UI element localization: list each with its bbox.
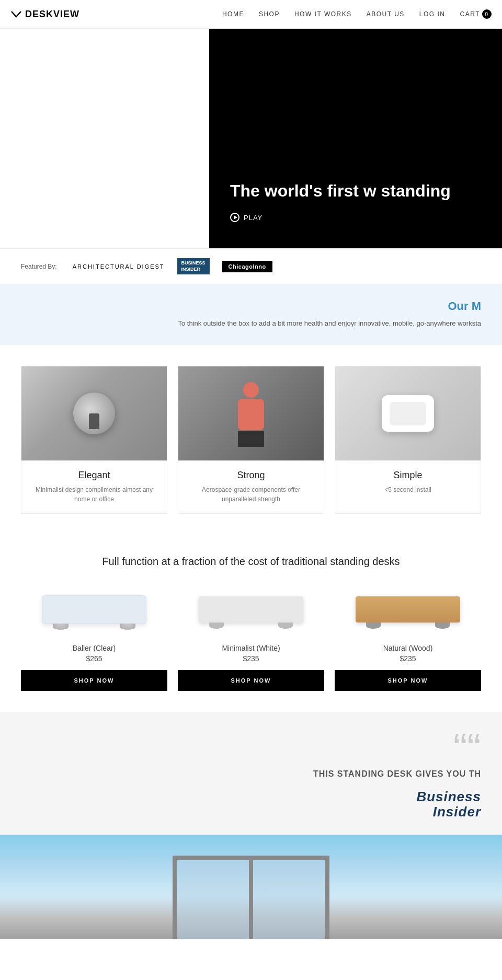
nav-how-it-works[interactable]: HOW IT WORKS xyxy=(294,10,352,18)
product-card-clear: Baller (Clear) $265 SHOP NOW xyxy=(21,583,167,691)
feature-body-elegant: Elegant Minimalist design compliments al… xyxy=(21,460,167,513)
person-legs xyxy=(238,431,264,447)
person-body xyxy=(238,399,264,430)
feature-image-simple xyxy=(335,366,481,460)
nav-links: HOME SHOP HOW IT WORKS ABOUT US LOG IN C… xyxy=(222,9,492,19)
feature-body-strong: Strong Aerospace-grade components offer … xyxy=(178,460,324,513)
play-triangle-icon xyxy=(234,215,237,220)
play-label: PLAY xyxy=(244,214,263,222)
hero-title: The world's first w standing xyxy=(230,180,481,202)
feature-desc-simple: <5 second install xyxy=(344,485,472,494)
mission-title: Our M xyxy=(21,299,481,313)
product-price-wood: $235 xyxy=(400,654,416,663)
navbar: DESKVIEW HOME SHOP HOW IT WORKS ABOUT US… xyxy=(0,0,502,29)
product-card-wood: Natural (Wood) $235 SHOP NOW xyxy=(335,583,481,691)
feature-image-elegant xyxy=(21,366,167,460)
product-price-clear: $265 xyxy=(86,654,102,663)
arch-digest-logo: ARCHITECTURAL DIGEST xyxy=(73,263,165,270)
product-name-clear: Baller (Clear) xyxy=(73,644,116,652)
feature-card-simple: Simple <5 second install xyxy=(335,366,481,514)
nav-shop[interactable]: SHOP xyxy=(259,10,280,18)
strong-visual-icon xyxy=(235,382,267,445)
quote-mark: ““ xyxy=(21,738,481,759)
mission-text: To think outside the box to add a bit mo… xyxy=(21,318,481,329)
hero-left-blank xyxy=(0,29,209,248)
product-name-white: Minimalist (White) xyxy=(222,644,280,652)
featured-bar: Featured By: ARCHITECTURAL DIGEST BUSINE… xyxy=(0,248,502,284)
testimonial-section: ““ THIS STANDING DESK GIVES YOU TH Busin… xyxy=(0,712,502,835)
bottom-hero-image xyxy=(0,835,502,939)
feature-image-strong xyxy=(178,366,324,460)
bi-line1: BUSINESS xyxy=(181,260,206,267)
testimonial-text: THIS STANDING DESK GIVES YOU TH xyxy=(21,769,481,779)
logo-icon xyxy=(10,8,22,20)
product-name-wood: Natural (Wood) xyxy=(383,644,433,652)
feature-body-simple: Simple <5 second install xyxy=(335,460,481,504)
cart-label: CART xyxy=(460,10,480,18)
featured-logos: ARCHITECTURAL DIGEST BUSINESS INSIDER Ch… xyxy=(73,258,272,274)
person-head xyxy=(243,382,259,398)
product-visual-clear xyxy=(42,595,146,624)
brand-name: DESKVIEW xyxy=(25,9,79,20)
feature-card-strong: Strong Aerospace-grade components offer … xyxy=(178,366,324,514)
product-image-wood xyxy=(335,583,481,636)
feature-card-elegant: Elegant Minimalist design compliments al… xyxy=(21,366,167,514)
features-section: Elegant Minimalist design compliments al… xyxy=(0,345,502,535)
product-visual-wood xyxy=(356,596,460,622)
nav-log-in[interactable]: LOG IN xyxy=(419,10,446,18)
play-circle-icon xyxy=(230,213,239,222)
play-button[interactable]: PLAY xyxy=(230,213,481,222)
testimonial-source-line1: Business xyxy=(416,789,481,804)
feature-title-simple: Simple xyxy=(344,470,472,481)
feature-title-strong: Strong xyxy=(187,470,315,481)
nav-cart[interactable]: CART 0 xyxy=(460,9,492,19)
product-card-white: Minimalist (White) $235 SHOP NOW xyxy=(178,583,324,691)
feature-desc-elegant: Minimalist design compliments almost any… xyxy=(30,485,158,504)
product-visual-white xyxy=(199,596,303,622)
products-grid: Baller (Clear) $265 SHOP NOW Minimalist … xyxy=(21,583,481,691)
elegant-visual-icon xyxy=(73,393,115,434)
products-section: Full function at a fraction of the cost … xyxy=(0,535,502,712)
hero-section: The world's first w standing PLAY xyxy=(0,29,502,248)
testimonial-source-line2: Insider xyxy=(433,804,481,820)
shop-now-button-wood[interactable]: SHOP NOW xyxy=(335,670,481,691)
simple-visual-icon xyxy=(382,395,434,432)
product-image-white xyxy=(178,583,324,636)
feature-title-elegant: Elegant xyxy=(30,470,158,481)
mission-section: Our M To think outside the box to add a … xyxy=(0,284,502,345)
nav-about-us[interactable]: ABOUT US xyxy=(367,10,405,18)
window-divider xyxy=(249,860,253,939)
bi-line2: INSIDER xyxy=(181,267,206,273)
featured-label: Featured By: xyxy=(21,263,57,270)
testimonial-source: Business Insider xyxy=(21,789,481,819)
chicago-inno-logo: ChicagoInno xyxy=(222,261,272,272)
business-insider-logo: BUSINESS INSIDER xyxy=(177,258,210,274)
nav-home[interactable]: HOME xyxy=(222,10,244,18)
cart-count: 0 xyxy=(482,9,492,19)
feature-desc-strong: Aerospace-grade components offer unparal… xyxy=(187,485,315,504)
shop-now-button-white[interactable]: SHOP NOW xyxy=(178,670,324,691)
brand-logo[interactable]: DESKVIEW xyxy=(10,8,79,20)
simple-inner xyxy=(390,402,426,425)
window-frame xyxy=(173,856,329,939)
products-headline: Full function at a fraction of the cost … xyxy=(21,556,481,568)
product-image-clear xyxy=(21,583,167,636)
product-price-white: $235 xyxy=(243,654,259,663)
shop-now-button-clear[interactable]: SHOP NOW xyxy=(21,670,167,691)
hero-right: The world's first w standing PLAY xyxy=(209,29,502,248)
